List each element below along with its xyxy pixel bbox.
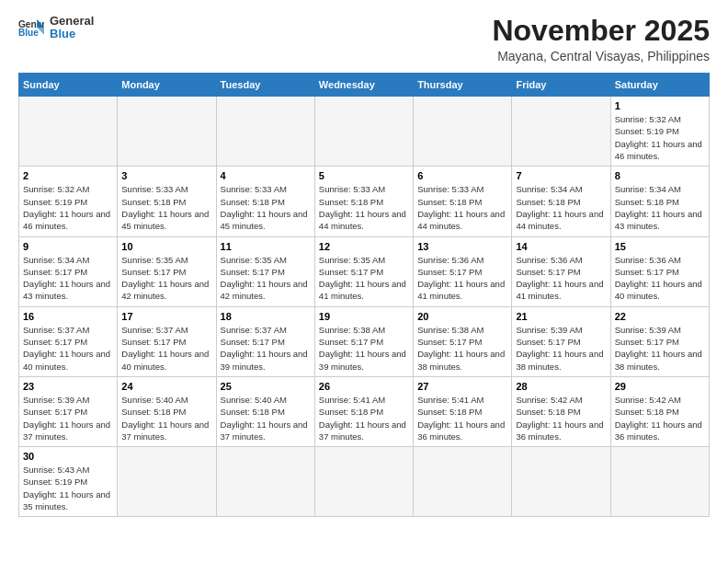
calendar-cell: 30Sunrise: 5:43 AMSunset: 5:19 PMDayligh… xyxy=(19,447,118,517)
day-info: Sunrise: 5:39 AMSunset: 5:17 PMDaylight:… xyxy=(516,324,606,373)
day-number: 1 xyxy=(615,100,705,111)
day-header-tuesday: Tuesday xyxy=(216,74,314,97)
day-number: 11 xyxy=(221,241,311,252)
logo-blue-text: Blue xyxy=(50,28,94,40)
day-info: Sunrise: 5:38 AMSunset: 5:17 PMDaylight:… xyxy=(417,324,507,373)
calendar-cell: 25Sunrise: 5:40 AMSunset: 5:18 PMDayligh… xyxy=(216,376,314,446)
day-info: Sunrise: 5:41 AMSunset: 5:18 PMDaylight:… xyxy=(417,394,507,442)
day-number: 20 xyxy=(417,311,507,322)
week-row-3: 9Sunrise: 5:34 AMSunset: 5:17 PMDaylight… xyxy=(19,236,710,306)
day-number: 16 xyxy=(23,311,113,322)
logo: General Blue General Blue xyxy=(18,15,94,41)
day-info: Sunrise: 5:43 AMSunset: 5:19 PMDaylight:… xyxy=(23,464,113,512)
week-row-2: 2Sunrise: 5:32 AMSunset: 5:19 PMDaylight… xyxy=(19,167,710,236)
day-number: 19 xyxy=(319,311,409,322)
calendar-cell xyxy=(414,97,512,167)
calendar-cell: 11Sunrise: 5:35 AMSunset: 5:17 PMDayligh… xyxy=(216,236,314,306)
day-header-thursday: Thursday xyxy=(414,74,512,97)
day-header-wednesday: Wednesday xyxy=(314,74,413,97)
calendar-cell xyxy=(314,447,413,517)
day-number: 13 xyxy=(417,241,507,252)
day-number: 3 xyxy=(121,170,211,181)
calendar-cell: 6Sunrise: 5:33 AMSunset: 5:18 PMDaylight… xyxy=(414,167,512,236)
calendar-cell: 13Sunrise: 5:36 AMSunset: 5:17 PMDayligh… xyxy=(414,236,512,306)
day-info: Sunrise: 5:36 AMSunset: 5:17 PMDaylight:… xyxy=(516,254,606,303)
day-header-sunday: Sunday xyxy=(19,74,118,97)
calendar-cell: 15Sunrise: 5:36 AMSunset: 5:17 PMDayligh… xyxy=(610,236,709,306)
day-number: 24 xyxy=(121,381,211,392)
calendar-cell: 8Sunrise: 5:34 AMSunset: 5:18 PMDaylight… xyxy=(610,167,709,236)
day-number: 4 xyxy=(221,170,311,181)
calendar-cell: 7Sunrise: 5:34 AMSunset: 5:18 PMDaylight… xyxy=(512,167,610,236)
day-number: 23 xyxy=(23,381,113,392)
day-info: Sunrise: 5:41 AMSunset: 5:18 PMDaylight:… xyxy=(319,394,409,442)
day-info: Sunrise: 5:36 AMSunset: 5:17 PMDaylight:… xyxy=(615,254,705,303)
day-number: 5 xyxy=(319,170,409,181)
day-number: 7 xyxy=(516,170,606,181)
logo-icon: General Blue xyxy=(18,17,44,38)
calendar-cell: 23Sunrise: 5:39 AMSunset: 5:17 PMDayligh… xyxy=(19,376,118,446)
day-number: 2 xyxy=(23,170,113,181)
calendar-cell: 9Sunrise: 5:34 AMSunset: 5:17 PMDaylight… xyxy=(19,236,118,306)
page-header: General Blue General Blue November 2025 … xyxy=(18,15,710,63)
calendar-cell: 28Sunrise: 5:42 AMSunset: 5:18 PMDayligh… xyxy=(512,376,610,446)
day-number: 14 xyxy=(516,241,606,252)
calendar-cell xyxy=(118,447,216,517)
day-number: 9 xyxy=(23,241,113,252)
day-number: 27 xyxy=(417,381,507,392)
calendar-cell: 2Sunrise: 5:32 AMSunset: 5:19 PMDaylight… xyxy=(19,167,118,236)
calendar-cell: 26Sunrise: 5:41 AMSunset: 5:18 PMDayligh… xyxy=(314,376,413,446)
day-number: 25 xyxy=(221,381,311,392)
calendar-cell: 24Sunrise: 5:40 AMSunset: 5:18 PMDayligh… xyxy=(118,376,216,446)
calendar-cell: 27Sunrise: 5:41 AMSunset: 5:18 PMDayligh… xyxy=(414,376,512,446)
day-info: Sunrise: 5:37 AMSunset: 5:17 PMDaylight:… xyxy=(121,324,211,373)
day-header-friday: Friday xyxy=(512,74,610,97)
day-number: 26 xyxy=(319,381,409,392)
day-info: Sunrise: 5:34 AMSunset: 5:18 PMDaylight:… xyxy=(516,183,606,232)
day-info: Sunrise: 5:32 AMSunset: 5:19 PMDaylight:… xyxy=(615,113,705,162)
day-number: 30 xyxy=(23,451,113,462)
day-info: Sunrise: 5:37 AMSunset: 5:17 PMDaylight:… xyxy=(23,324,113,373)
calendar-cell xyxy=(512,447,610,517)
day-number: 29 xyxy=(615,381,705,392)
day-info: Sunrise: 5:42 AMSunset: 5:18 PMDaylight:… xyxy=(615,394,705,442)
day-info: Sunrise: 5:33 AMSunset: 5:18 PMDaylight:… xyxy=(221,183,311,232)
week-row-6: 30Sunrise: 5:43 AMSunset: 5:19 PMDayligh… xyxy=(19,447,710,517)
calendar-cell: 21Sunrise: 5:39 AMSunset: 5:17 PMDayligh… xyxy=(512,306,610,376)
week-row-4: 16Sunrise: 5:37 AMSunset: 5:17 PMDayligh… xyxy=(19,306,710,376)
calendar-table: SundayMondayTuesdayWednesdayThursdayFrid… xyxy=(18,73,710,517)
day-info: Sunrise: 5:35 AMSunset: 5:17 PMDaylight:… xyxy=(221,254,311,303)
day-number: 12 xyxy=(319,241,409,252)
calendar-cell: 16Sunrise: 5:37 AMSunset: 5:17 PMDayligh… xyxy=(19,306,118,376)
calendar-cell xyxy=(512,97,610,167)
day-info: Sunrise: 5:34 AMSunset: 5:17 PMDaylight:… xyxy=(23,254,113,303)
calendar-cell xyxy=(216,97,314,167)
day-info: Sunrise: 5:34 AMSunset: 5:18 PMDaylight:… xyxy=(615,183,705,232)
calendar-cell xyxy=(314,97,413,167)
calendar-cell: 1Sunrise: 5:32 AMSunset: 5:19 PMDaylight… xyxy=(610,97,709,167)
calendar-cell: 5Sunrise: 5:33 AMSunset: 5:18 PMDaylight… xyxy=(314,167,413,236)
day-number: 21 xyxy=(516,311,606,322)
week-row-1: 1Sunrise: 5:32 AMSunset: 5:19 PMDaylight… xyxy=(19,97,710,167)
title-section: November 2025 Mayana, Central Visayas, P… xyxy=(492,15,710,63)
day-info: Sunrise: 5:33 AMSunset: 5:18 PMDaylight:… xyxy=(121,183,211,232)
day-number: 28 xyxy=(516,381,606,392)
calendar-cell xyxy=(610,447,709,517)
day-info: Sunrise: 5:35 AMSunset: 5:17 PMDaylight:… xyxy=(121,254,211,303)
day-info: Sunrise: 5:42 AMSunset: 5:18 PMDaylight:… xyxy=(516,394,606,442)
day-number: 15 xyxy=(615,241,705,252)
day-header-saturday: Saturday xyxy=(610,74,709,97)
day-info: Sunrise: 5:40 AMSunset: 5:18 PMDaylight:… xyxy=(221,394,311,442)
day-number: 18 xyxy=(221,311,311,322)
day-info: Sunrise: 5:38 AMSunset: 5:17 PMDaylight:… xyxy=(319,324,409,373)
calendar-cell xyxy=(19,97,118,167)
day-info: Sunrise: 5:37 AMSunset: 5:17 PMDaylight:… xyxy=(221,324,311,373)
calendar-cell xyxy=(216,447,314,517)
day-number: 22 xyxy=(615,311,705,322)
day-info: Sunrise: 5:39 AMSunset: 5:17 PMDaylight:… xyxy=(615,324,705,373)
day-info: Sunrise: 5:39 AMSunset: 5:17 PMDaylight:… xyxy=(23,394,113,442)
day-info: Sunrise: 5:33 AMSunset: 5:18 PMDaylight:… xyxy=(417,183,507,232)
calendar-cell: 17Sunrise: 5:37 AMSunset: 5:17 PMDayligh… xyxy=(118,306,216,376)
day-number: 17 xyxy=(121,311,211,322)
calendar-cell xyxy=(118,97,216,167)
